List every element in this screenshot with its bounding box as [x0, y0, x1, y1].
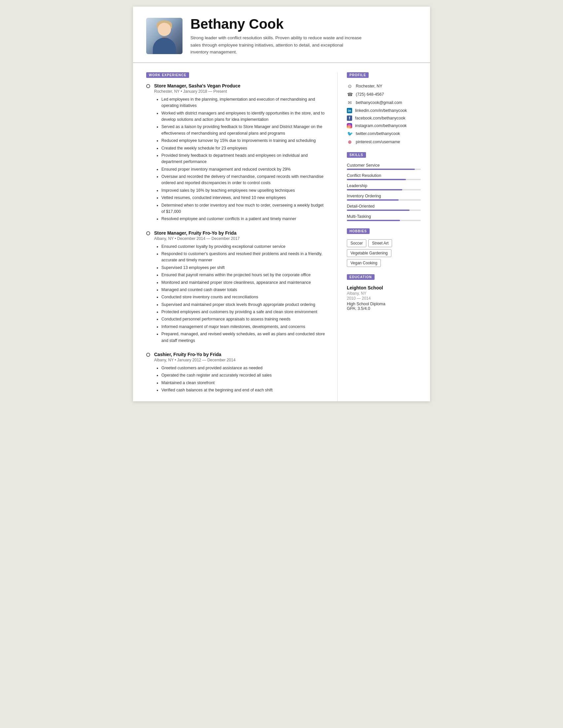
work-bullets-list: Greeted customers and provided assistanc…	[158, 365, 328, 394]
work-bullet-item: Greeted customers and provided assistanc…	[161, 365, 328, 371]
profile-location: ⊙ Rochester, NY	[347, 83, 421, 89]
skill-name: Leadership	[347, 183, 421, 188]
skill-name: Multi-Tasking	[347, 214, 421, 219]
email-text: bethanycook@gmail.com	[356, 100, 402, 105]
skill-item: Conflict Resolution	[347, 173, 421, 180]
avatar	[146, 18, 182, 54]
location-icon: ⊙	[347, 83, 353, 89]
work-bullet-item: Conducted personnel performance appraisa…	[161, 316, 328, 322]
skills-section: SKILLS Customer ServiceConflict Resoluti…	[347, 152, 421, 221]
work-circle-dot	[146, 84, 150, 88]
profile-instagram: ◎ instagram.com/bethanycook	[347, 123, 421, 128]
profile-linkedin: in linkedin.com/in/bethanycook	[347, 108, 421, 113]
phone-text: (725) 648-4567	[356, 92, 384, 97]
skill-name: Customer Service	[347, 163, 421, 168]
work-bullet-item: Resolved employee and customer conflicts…	[161, 216, 328, 222]
school-years: 2010 — 2014	[347, 296, 421, 301]
work-bullet-item: Managed and counted cash drawer totals	[161, 287, 328, 293]
work-bullet-item: Supervised and maintained proper stock l…	[161, 302, 328, 308]
phone-icon: ☎	[347, 91, 353, 97]
profile-phone: ☎ (725) 648-4567	[347, 91, 421, 97]
work-bullet-item: Provided timely feedback to department h…	[161, 152, 328, 165]
candidate-name: Bethany Cook	[190, 17, 417, 32]
work-bullet-item: Operated the cash register and accuratel…	[161, 372, 328, 379]
left-column: WORK EXPERIENCE Store Manager, Sasha's V…	[133, 72, 338, 402]
skill-bar-background	[347, 210, 421, 211]
work-title: Store Manager, Sasha's Vegan Produce	[154, 83, 241, 88]
work-bullet-item: Improved sales by 16% by teaching employ…	[161, 187, 328, 194]
skill-name: Detail-Oriented	[347, 204, 421, 209]
skills-label: SKILLS	[347, 152, 366, 158]
work-item-header: Store Manager, Fruity Fro-Yo by Frida	[146, 230, 328, 236]
facebook-icon: f	[347, 116, 352, 121]
right-column: PROFILE ⊙ Rochester, NY ☎ (725) 648-4567…	[338, 72, 430, 402]
skill-bar-fill	[347, 199, 399, 201]
work-bullet-item: Served as a liaison by providing feedbac…	[161, 124, 328, 137]
hobbies-list: SoccerStreet ArtVegetable GardeningVegan…	[347, 239, 421, 267]
profile-label: PROFILE	[347, 72, 369, 78]
skill-bar-fill	[347, 220, 400, 221]
skill-bar-background	[347, 199, 421, 201]
work-bullet-item: Vetted resumes, conducted interviews, an…	[161, 195, 328, 201]
work-experience-label: WORK EXPERIENCE	[146, 72, 189, 78]
skill-name: Inventory Ordering	[347, 194, 421, 198]
hobby-tag: Street Art	[368, 239, 392, 247]
hobbies-label: HOBBIES	[347, 228, 370, 234]
hobby-tag: Vegan Cooking	[347, 259, 381, 267]
instagram-icon: ◎	[347, 123, 352, 128]
skill-bar-fill	[347, 179, 406, 180]
work-bullets-list: Led employees in the planning, implement…	[158, 96, 328, 222]
work-bullet-item: Supervised 13 employees per shift	[161, 265, 328, 271]
linkedin-icon: in	[347, 108, 352, 113]
education-label: EDUCATION	[347, 274, 375, 280]
work-bullet-item: Verified cash balances at the beginning …	[161, 387, 328, 393]
work-bullet-item: Reduced employee turnover by 15% due to …	[161, 138, 328, 144]
work-bullet-item: Ensured proper inventory management and …	[161, 166, 328, 173]
school-name: Leighton School	[347, 285, 421, 290]
profile-facebook: f facebook.com/bethanycook	[347, 116, 421, 121]
work-item-header: Cashier, Fruity Fro-Yo by Frida	[146, 352, 328, 357]
skill-item: Multi-Tasking	[347, 214, 421, 221]
work-bullet-item: Worked with district managers and employ…	[161, 110, 328, 123]
skill-bar-fill	[347, 210, 410, 211]
email-icon: ✉	[347, 100, 353, 106]
work-experience-section: Store Manager, Sasha's Vegan ProduceRoch…	[146, 83, 328, 394]
skill-item: Leadership	[347, 183, 421, 190]
work-title: Cashier, Fruity Fro-Yo by Frida	[154, 352, 221, 357]
hobby-tag: Vegetable Gardening	[347, 249, 391, 257]
education-section: EDUCATION Leighton School Albany, NY 201…	[347, 274, 421, 311]
profile-pinterest: ⊕ pinterest.com/username	[347, 139, 421, 145]
linkedin-text: linkedin.com/in/bethanycook	[355, 108, 407, 113]
work-bullets-list: Ensured customer loyalty by providing ex…	[158, 244, 328, 344]
work-subtitle: Rochester, NY • January 2018 — Present	[154, 89, 328, 94]
skill-item: Inventory Ordering	[347, 194, 421, 201]
profile-email: ✉ bethanycook@gmail.com	[347, 100, 421, 106]
pinterest-text: pinterest.com/username	[356, 140, 400, 144]
resume-header: Bethany Cook Strong leader with conflict…	[133, 7, 430, 63]
work-bullet-item: Led employees in the planning, implement…	[161, 96, 328, 109]
instagram-text: instagram.com/bethanycook	[355, 123, 407, 128]
work-bullet-item: Responded to customer's questions and re…	[161, 251, 328, 264]
twitter-icon: 🐦	[347, 131, 353, 137]
resume-document: Bethany Cook Strong leader with conflict…	[133, 7, 430, 401]
work-item: Store Manager, Fruity Fro-Yo by FridaAlb…	[146, 230, 328, 344]
twitter-text: twitter.com/bethanycook	[356, 131, 400, 136]
school-gpa: GPA: 3.5/4.0	[347, 306, 421, 311]
school-location: Albany, NY	[347, 291, 421, 296]
skill-bar-background	[347, 220, 421, 221]
hobby-tag: Soccer	[347, 239, 366, 247]
work-bullet-item: Created the weekly schedule for 23 emplo…	[161, 145, 328, 151]
work-bullet-item: Prepared, managed, and revised weekly sc…	[161, 331, 328, 344]
facebook-text: facebook.com/bethanycook	[355, 116, 405, 120]
school-degree: High School Diploma	[347, 302, 421, 306]
work-bullet-item: Ensured that payroll remains within the …	[161, 272, 328, 278]
work-bullet-item: Informed management of major team milest…	[161, 324, 328, 330]
work-bullet-item: Oversaw and recorded the delivery of mer…	[161, 174, 328, 186]
skill-item: Customer Service	[347, 163, 421, 170]
work-title: Store Manager, Fruity Fro-Yo by Frida	[154, 230, 236, 236]
skill-bar-background	[347, 189, 421, 190]
skill-bar-fill	[347, 169, 415, 170]
profile-twitter: 🐦 twitter.com/bethanycook	[347, 131, 421, 137]
resume-body: WORK EXPERIENCE Store Manager, Sasha's V…	[133, 63, 430, 402]
skills-list: Customer ServiceConflict ResolutionLeade…	[347, 163, 421, 221]
